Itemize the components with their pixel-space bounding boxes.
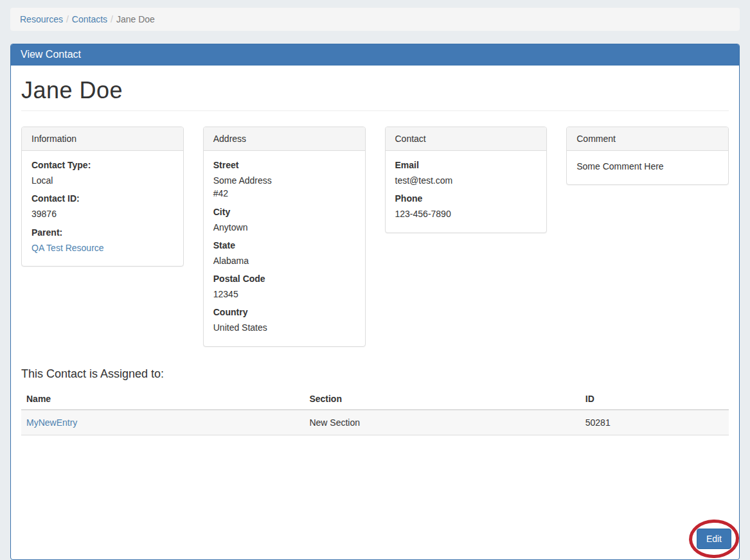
contact-type-field: Contact Type: Local <box>31 160 174 187</box>
phone-value: 123-456-7890 <box>395 207 537 220</box>
panel-heading: View Contact <box>11 44 739 66</box>
contact-id-label: Contact ID: <box>31 193 174 204</box>
contact-name-title: Jane Doe <box>21 77 729 104</box>
contact-card-body: Email test@test.com Phone 123-456-7890 <box>386 151 547 232</box>
state-field: State Alabama <box>213 240 355 267</box>
comment-card-body: Some Comment Here <box>567 151 728 184</box>
edit-button[interactable]: Edit <box>697 529 731 549</box>
contact-card-title: Contact <box>386 127 547 151</box>
panel-body: Jane Doe Information Contact Type: Local… <box>11 77 739 559</box>
email-value: test@test.com <box>395 174 537 187</box>
city-field: City Anytown <box>213 207 355 234</box>
assigned-name-cell: MyNewEntry <box>21 410 304 435</box>
address-card-title: Address <box>204 127 365 151</box>
assigned-table: Name Section ID MyNewEntry New Section 5… <box>21 389 729 435</box>
city-value: Anytown <box>213 221 355 234</box>
address-card: Address Street Some Address #42 City Any… <box>203 127 366 347</box>
contact-id-field: Contact ID: 39876 <box>31 193 174 220</box>
page-header: Jane Doe <box>21 77 729 111</box>
postal-code-field: Postal Code 12345 <box>213 274 355 301</box>
edit-annotation-wrap: Edit <box>697 529 731 549</box>
column-header-section: Section <box>304 389 580 410</box>
assigned-entry-link[interactable]: MyNewEntry <box>26 417 77 428</box>
breadcrumb-link-contacts[interactable]: Contacts <box>72 14 107 24</box>
email-label: Email <box>395 160 537 170</box>
email-field: Email test@test.com <box>395 160 537 187</box>
information-card-title: Information <box>22 127 183 151</box>
breadcrumb-separator: / <box>107 14 116 24</box>
assigned-table-header-row: Name Section ID <box>21 389 729 410</box>
parent-label: Parent: <box>31 227 174 238</box>
column-header-name: Name <box>21 389 304 410</box>
phone-label: Phone <box>395 193 537 204</box>
comment-card-title: Comment <box>567 127 728 151</box>
phone-field: Phone 123-456-7890 <box>395 193 537 220</box>
breadcrumb: Resources/Contacts/Jane Doe <box>10 8 740 31</box>
country-field: Country United States <box>213 307 355 334</box>
comment-field: Some Comment Here <box>576 160 719 173</box>
contact-type-label: Contact Type: <box>31 160 174 170</box>
information-card-body: Contact Type: Local Contact ID: 39876 Pa… <box>22 151 183 266</box>
street-value-line2: #42 <box>213 187 355 200</box>
street-label: Street <box>213 160 355 170</box>
parent-field: Parent: QA Test Resource <box>31 227 174 254</box>
assigned-section-title: This Contact is Assigned to: <box>21 367 729 381</box>
contact-id-value: 39876 <box>31 207 174 220</box>
state-label: State <box>213 240 355 250</box>
assigned-id-cell: 50281 <box>580 410 729 435</box>
street-value-line1: Some Address <box>213 174 355 187</box>
page-container: Resources/Contacts/Jane Doe View Contact… <box>0 0 750 560</box>
comment-card: Comment Some Comment Here <box>566 127 729 185</box>
city-label: City <box>213 207 355 217</box>
information-card: Information Contact Type: Local Contact … <box>21 127 184 267</box>
postal-code-value: 12345 <box>213 288 355 301</box>
breadcrumb-current: Jane Doe <box>116 14 155 24</box>
breadcrumb-separator: / <box>63 14 72 24</box>
assigned-section-cell: New Section <box>304 410 580 435</box>
country-label: Country <box>213 307 355 317</box>
comment-value: Some Comment Here <box>576 160 719 173</box>
view-contact-panel: View Contact Jane Doe Information Contac… <box>10 44 740 560</box>
assigned-section: This Contact is Assigned to: Name Sectio… <box>21 367 729 435</box>
breadcrumb-link-resources[interactable]: Resources <box>20 14 63 24</box>
detail-cards-row: Information Contact Type: Local Contact … <box>21 127 729 347</box>
column-header-id: ID <box>580 389 729 410</box>
state-value: Alabama <box>213 254 355 267</box>
parent-resource-link[interactable]: QA Test Resource <box>31 243 104 253</box>
street-field: Street Some Address #42 <box>213 160 355 200</box>
postal-code-label: Postal Code <box>213 274 355 284</box>
contact-type-value: Local <box>31 174 174 187</box>
panel-actions: Edit <box>697 529 731 549</box>
table-row: MyNewEntry New Section 50281 <box>21 410 729 435</box>
country-value: United States <box>213 321 355 334</box>
address-card-body: Street Some Address #42 City Anytown Sta… <box>204 151 365 346</box>
contact-card: Contact Email test@test.com Phone 123-45… <box>385 127 548 233</box>
